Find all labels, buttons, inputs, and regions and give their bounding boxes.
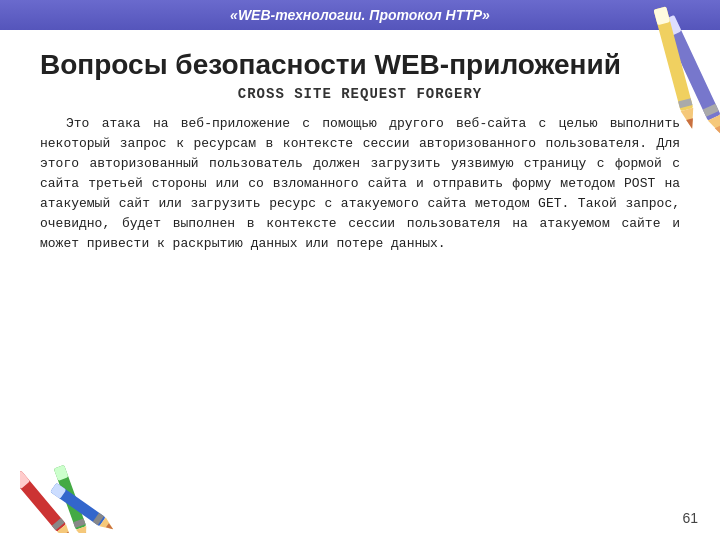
slide-subtitle: CROSS SITE REQUEST FORGERY — [40, 86, 680, 102]
header-title: «WEB-технологии. Протокол HTTP» — [230, 7, 490, 23]
svg-rect-6 — [654, 6, 671, 25]
slide-title: Вопросы безопасности WEB-приложений — [40, 48, 680, 82]
body-text: Это атака на веб-приложение с помощью др… — [40, 114, 680, 255]
page-number: 61 — [682, 510, 698, 526]
slide: «WEB-технологии. Протокол HTTP» Во — [0, 0, 720, 540]
header-bar: «WEB-технологии. Протокол HTTP» — [0, 0, 720, 30]
pencils-bottom-left-decoration — [20, 455, 110, 530]
main-content: Вопросы безопасности WEB-приложений CROS… — [0, 30, 720, 265]
